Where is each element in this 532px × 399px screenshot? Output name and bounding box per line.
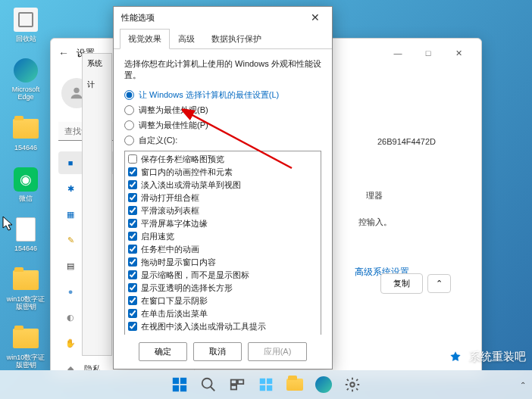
system-icon: ■ <box>64 157 77 169</box>
network-icon: ▦ <box>64 208 77 220</box>
checkbox-input[interactable] <box>128 232 137 241</box>
checkbox-item[interactable]: 显示缩略图，而不是显示图标 <box>127 269 319 282</box>
dialog-tabs: 视觉效果 高级 数据执行保护 <box>114 28 332 49</box>
desktop-label: 154646 <box>14 145 37 152</box>
checkbox-item[interactable]: 滑动打开组合框 <box>127 192 319 204</box>
strip-text: 计 <box>87 79 107 90</box>
checkbox-input[interactable] <box>128 245 137 254</box>
svg-rect-13 <box>260 385 265 391</box>
desktop-icon-folder3[interactable]: win10数字证 版密钥 <box>6 325 45 369</box>
main-text2: 控输入。 <box>358 217 392 228</box>
desktop-icon-folder2[interactable]: win10数字证 版密钥 <box>6 267 45 311</box>
checkbox-input[interactable] <box>128 296 137 305</box>
tab-dep[interactable]: 数据执行保护 <box>203 29 270 49</box>
radio-let-windows[interactable]: 让 Windows 选择计算机的最佳设置(L) <box>124 89 321 101</box>
dialog-buttons: 确定 取消 应用(A) <box>114 335 332 369</box>
svg-rect-11 <box>260 379 265 384</box>
checkbox-item[interactable]: 在窗口下显示阴影 <box>127 295 319 307</box>
desktop-icon-folder[interactable]: 154646 <box>6 115 45 152</box>
radio-custom[interactable]: 自定义(C): <box>124 135 321 146</box>
taskbar-tray[interactable]: ⌃ <box>520 381 526 389</box>
checkbox-input[interactable] <box>128 270 137 279</box>
svg-point-15 <box>350 382 355 387</box>
minimize-button[interactable]: — <box>383 42 413 64</box>
checkbox-input[interactable] <box>128 206 137 215</box>
desktop-icon-edge[interactable]: Microsoft Edge <box>6 57 45 101</box>
product-id: 26B914F4472D <box>377 137 436 146</box>
svg-rect-5 <box>180 385 186 391</box>
checkbox-label: 平滑屏幕字体边缘 <box>141 218 208 229</box>
checkbox-item[interactable]: 淡入淡出或滑动菜单到视图 <box>127 179 319 192</box>
checkbox-item[interactable]: 平滑滚动列表框 <box>127 204 319 217</box>
checkbox-label: 平滑滚动列表框 <box>141 205 199 217</box>
radio-input[interactable] <box>124 105 134 115</box>
checkbox-input[interactable] <box>128 167 137 176</box>
checkbox-item[interactable]: 平滑屏幕字体边缘 <box>127 217 319 230</box>
checkbox-input[interactable] <box>128 283 137 292</box>
radio-input[interactable] <box>124 120 134 130</box>
checkbox-item[interactable]: 保存任务栏缩略图预览 <box>127 153 319 166</box>
checkbox-item[interactable]: 在视图中淡入淡出或滑动工具提示 <box>127 320 319 333</box>
tab-advanced[interactable]: 高级 <box>170 29 203 49</box>
accessibility-icon: ✋ <box>64 337 77 349</box>
personalize-icon: ✎ <box>64 234 77 246</box>
checkbox-item[interactable]: 拖动时显示窗口内容 <box>127 256 319 269</box>
svg-point-0 <box>74 88 79 93</box>
radio-input[interactable] <box>124 90 134 100</box>
desktop-label: Microsoft Edge <box>6 86 45 101</box>
checkbox-label: 启用速览 <box>141 231 174 242</box>
radio-best-performance[interactable]: 调整为最佳性能(P) <box>124 120 321 131</box>
checkbox-input[interactable] <box>128 322 137 331</box>
settings-button[interactable] <box>340 372 365 397</box>
apply-button[interactable]: 应用(A) <box>248 342 308 361</box>
strip-title: 系统 <box>87 58 107 69</box>
expand-button[interactable]: ⌃ <box>427 274 451 293</box>
back-button[interactable]: ← <box>58 47 69 59</box>
radio-input[interactable] <box>124 136 134 145</box>
svg-rect-9 <box>238 380 243 385</box>
taskview-button[interactable] <box>224 372 250 397</box>
start-button[interactable] <box>167 372 192 397</box>
checkbox-label: 窗口内的动画控件和元素 <box>141 167 233 178</box>
cancel-button[interactable]: 取消 <box>193 342 242 361</box>
checkbox-list[interactable]: 保存任务栏缩略图预览窗口内的动画控件和元素淡入淡出或滑动菜单到视图滑动打开组合框… <box>124 151 321 335</box>
close-button[interactable]: ✕ <box>300 8 330 27</box>
search-button[interactable] <box>196 372 221 397</box>
checkbox-input[interactable] <box>128 219 137 228</box>
edge-button[interactable] <box>311 372 336 397</box>
checkbox-input[interactable] <box>128 193 137 202</box>
maximize-button[interactable]: □ <box>413 42 443 64</box>
dialog-description: 选择你想在此计算机上使用的 Windows 外观和性能设置。 <box>124 58 321 82</box>
checkbox-item[interactable]: 任务栏中的动画 <box>127 243 319 256</box>
checkbox-input[interactable] <box>128 257 137 267</box>
close-button[interactable]: ✕ <box>443 42 474 64</box>
checkbox-input[interactable] <box>128 180 137 189</box>
chevron-up-icon[interactable]: ⌃ <box>520 381 526 389</box>
checkbox-label: 在视图中淡入淡出或滑动工具提示 <box>141 321 266 332</box>
svg-rect-12 <box>267 379 272 384</box>
checkbox-input[interactable] <box>128 309 137 318</box>
desktop-label: 微信 <box>19 195 33 203</box>
desktop-icon-recycle[interactable]: 回收站 <box>6 6 45 43</box>
checkbox-label: 显示亚透明的选择长方形 <box>141 282 233 294</box>
svg-rect-2 <box>173 378 179 384</box>
svg-rect-8 <box>231 380 236 385</box>
checkbox-label: 在窗口下显示阴影 <box>141 295 208 307</box>
checkbox-item[interactable]: 在单击后淡出菜单 <box>127 307 319 320</box>
checkbox-item[interactable]: 启用速览 <box>127 230 319 243</box>
checkbox-item[interactable]: 窗口内的动画控件和元素 <box>127 166 319 179</box>
desktop-icon-wechat[interactable]: ◉微信 <box>6 166 45 203</box>
checkbox-label: 显示缩略图，而不是显示图标 <box>141 270 249 281</box>
desktop-label: win10数字证 版密钥 <box>6 354 45 369</box>
tab-visual-effects[interactable]: 视觉效果 <box>120 29 170 49</box>
dialog-title: 性能选项 <box>121 12 155 23</box>
widgets-button[interactable] <box>253 372 279 397</box>
explorer-button[interactable] <box>282 372 308 397</box>
taskbar: ⌃ <box>0 370 532 399</box>
desktop-icon-txt[interactable]: 154646 <box>6 216 45 253</box>
ok-button[interactable]: 确定 <box>139 342 187 361</box>
copy-button[interactable]: 复制 <box>380 273 423 294</box>
checkbox-item[interactable]: 显示亚透明的选择长方形 <box>127 282 319 295</box>
checkbox-input[interactable] <box>128 154 137 164</box>
radio-best-appearance[interactable]: 调整为最佳外观(B) <box>124 104 321 116</box>
